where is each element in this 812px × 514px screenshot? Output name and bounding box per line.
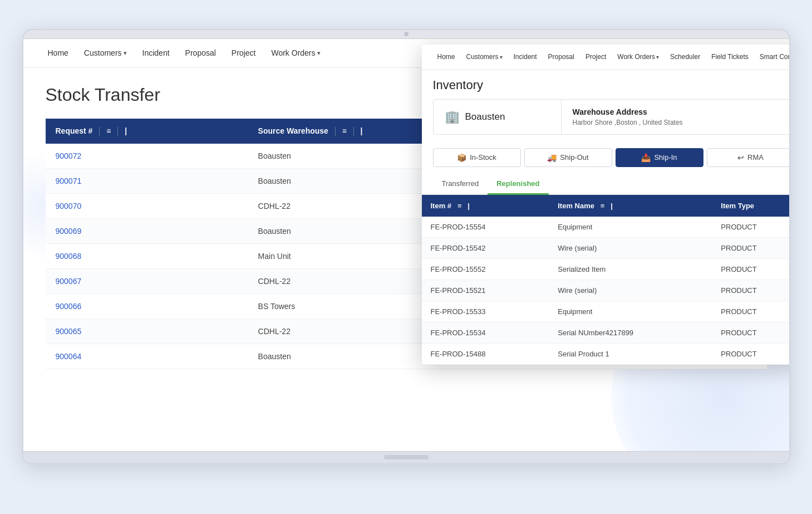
inv-item-num-cell: FE-PROD-15534 <box>422 322 549 343</box>
inv-table-row: FE-PROD-15521 Wire (serial) PRODUCT <box>422 280 789 301</box>
request-cell: 900071 <box>46 168 248 193</box>
bg-nav-incident[interactable]: Incident <box>135 39 178 68</box>
request-cell: 900064 <box>46 344 248 369</box>
request-cell: 900070 <box>46 193 248 218</box>
inv-item-name-cell: Equipment <box>549 217 712 238</box>
inv-item-type-cell: PRODUCT <box>712 258 789 280</box>
background-app: Home Customers ▾ Incident Proposal Proje… <box>23 39 789 451</box>
inv-item-name-cell: Serial Product 1 <box>549 343 712 364</box>
overlay-nav-scheduler[interactable]: Scheduler <box>665 45 706 70</box>
inv-table-row: FE-PROD-15488 Serial Product 1 PRODUCT <box>422 343 789 364</box>
tab-ship-out[interactable]: 🚚Ship-Out <box>524 148 612 167</box>
inv-item-name-cell: Equipment <box>549 301 712 322</box>
inv-item-type-cell: PRODUCT <box>712 343 789 364</box>
request-cell: 900065 <box>46 319 248 344</box>
overlay-customers-dropdown-icon: ▾ <box>500 54 503 60</box>
inventory-header: Inventory 🏢 Boausten Warehouse Address H… <box>422 70 789 148</box>
request-cell: 900072 <box>46 144 248 169</box>
overlay-nav-project[interactable]: Project <box>580 45 612 70</box>
company-name: Boausten <box>465 111 505 123</box>
workorders-dropdown-icon: ▾ <box>317 50 321 57</box>
company-icon: 🏢 <box>445 110 460 124</box>
inv-item-num-cell: FE-PROD-15554 <box>422 217 549 238</box>
inv-col-item-type: Item Type <box>712 195 789 217</box>
laptop-camera <box>404 32 409 36</box>
inventory-overlay-panel: Home Customers ▾ Incident Proposal Proje… <box>422 45 789 365</box>
subtab-transferred[interactable]: Transferred <box>433 174 488 195</box>
inv-item-num-cell: FE-PROD-15542 <box>422 237 549 258</box>
inv-table-row: FE-PROD-15552 Serialized Item PRODUCT <box>422 258 789 280</box>
ship-out-label: Ship-Out <box>560 153 588 161</box>
bg-nav-home[interactable]: Home <box>40 39 76 68</box>
request-link[interactable]: 900070 <box>56 202 82 211</box>
tab-rma[interactable]: ↩RMA <box>707 148 789 167</box>
warehouse-title: Warehouse Address <box>573 107 783 116</box>
rma-label: RMA <box>747 153 764 161</box>
warehouse-info: Warehouse Address Harbor Shore ,Boston ,… <box>562 100 789 134</box>
inv-item-num-cell: FE-PROD-15521 <box>422 280 549 301</box>
inv-col-item-num: Item # ≡ | <box>422 195 549 217</box>
bg-nav-project[interactable]: Project <box>224 39 264 68</box>
inv-item-type-cell: PRODUCT <box>712 237 789 258</box>
laptop-body: Home Customers ▾ Incident Proposal Proje… <box>22 29 790 464</box>
overlay-navbar: Home Customers ▾ Incident Proposal Proje… <box>422 45 789 70</box>
overlay-nav-smartcontracts[interactable]: Smart Contracts ▾ <box>754 45 789 70</box>
overlay-nav-incident[interactable]: Incident <box>508 45 543 70</box>
request-link[interactable]: 900066 <box>56 302 82 311</box>
overlay-nav-home[interactable]: Home <box>432 45 461 70</box>
inv-item-name-cell: Wire (serial) <box>549 280 712 301</box>
tab-ship-in[interactable]: 📥Ship-In <box>616 148 703 167</box>
inventory-tabs: 📦In-Stock🚚Ship-Out📥Ship-In↩RMA <box>422 148 789 174</box>
customers-dropdown-icon: ▾ <box>124 50 127 57</box>
inventory-subtabs: TransferredReplenished <box>422 174 789 195</box>
request-link[interactable]: 900067 <box>56 277 82 286</box>
warehouse-address: Harbor Shore ,Boston , United States <box>573 119 783 126</box>
col-request: Request # ≡ | <box>46 119 248 144</box>
request-link[interactable]: 900071 <box>56 177 82 185</box>
inventory-table-wrap: Item # ≡ | Item Name ≡ | Item Type FE-PR… <box>422 195 789 365</box>
tab-in-stock[interactable]: 📦In-Stock <box>433 148 521 167</box>
company-info: 🏢 Boausten <box>434 100 562 134</box>
request-cell: 900069 <box>46 218 248 243</box>
inv-item-num-cell: FE-PROD-15488 <box>422 343 549 364</box>
laptop-notch <box>384 455 429 459</box>
inv-item-type-cell: PRODUCT <box>712 301 789 322</box>
laptop-topbar <box>23 30 789 39</box>
request-cell: 900066 <box>46 293 248 319</box>
request-link[interactable]: 900069 <box>56 227 82 236</box>
inv-item-name-cell: Serial NUmber4217899 <box>549 322 712 343</box>
inventory-info-row: 🏢 Boausten Warehouse Address Harbor Shor… <box>433 99 789 135</box>
inv-item-num-cell: FE-PROD-15533 <box>422 301 549 322</box>
overlay-nav-fieldtickets[interactable]: Field Tickets <box>706 45 754 70</box>
inv-table-row: FE-PROD-15533 Equipment PRODUCT <box>422 301 789 322</box>
request-cell: 900068 <box>46 243 248 268</box>
bg-nav-customers[interactable]: Customers ▾ <box>76 39 135 68</box>
ship-in-icon: 📥 <box>641 153 651 162</box>
request-link[interactable]: 900065 <box>56 327 82 336</box>
inv-item-name-cell: Serialized Item <box>549 258 712 280</box>
subtab-replenished[interactable]: Replenished <box>488 174 548 195</box>
overlay-nav-workorders[interactable]: Work Orders ▾ <box>612 45 665 70</box>
request-link[interactable]: 900072 <box>56 151 82 160</box>
inventory-title: Inventory <box>433 78 789 92</box>
bg-nav-proposal[interactable]: Proposal <box>178 39 224 68</box>
inv-table-row: FE-PROD-15554 Equipment PRODUCT <box>422 217 789 238</box>
inv-item-name-cell: Wire (serial) <box>549 237 712 258</box>
in-stock-label: In-Stock <box>470 153 496 161</box>
inv-item-num-cell: FE-PROD-15552 <box>422 258 549 280</box>
overlay-nav-customers[interactable]: Customers ▾ <box>461 45 508 70</box>
laptop-bottom-bar <box>23 451 789 463</box>
inv-table-row: FE-PROD-15542 Wire (serial) PRODUCT <box>422 237 789 258</box>
inv-item-type-cell: PRODUCT <box>712 280 789 301</box>
ship-in-label: Ship-In <box>654 153 677 161</box>
in-stock-icon: 📦 <box>457 153 466 162</box>
rma-icon: ↩ <box>737 153 744 162</box>
request-link[interactable]: 900068 <box>56 252 82 261</box>
laptop-frame: Home Customers ▾ Incident Proposal Proje… <box>22 29 790 486</box>
request-link[interactable]: 900064 <box>56 352 82 361</box>
bg-nav-workorders[interactable]: Work Orders ▾ <box>263 39 328 68</box>
inv-item-type-cell: PRODUCT <box>712 217 789 238</box>
overlay-nav-proposal[interactable]: Proposal <box>543 45 580 70</box>
inv-table-row: FE-PROD-15534 Serial NUmber4217899 PRODU… <box>422 322 789 343</box>
overlay-workorders-dropdown-icon: ▾ <box>656 54 659 60</box>
